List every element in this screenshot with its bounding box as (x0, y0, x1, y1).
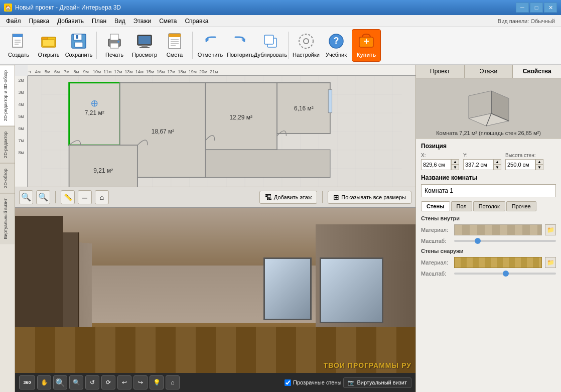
menu-help[interactable]: Справка (181, 15, 212, 27)
btn-zoomin[interactable]: 🔍 (53, 375, 67, 389)
window-2 (263, 257, 312, 320)
btn-rotate[interactable]: ↺ (85, 375, 99, 389)
menu-file[interactable]: Файл (2, 15, 25, 27)
view3d-area[interactable]: ТВОИ ПРОГРАММЫ РУ 360 ✋ 🔍 🔍 ↺ ⟳ ↩ ↪ 💡 ⌂ … (15, 208, 415, 392)
zoom-in-button[interactable]: 🔍 (36, 190, 50, 204)
mat-outside-label: Материал: (421, 259, 451, 266)
fp-sep-1 (55, 191, 56, 203)
height-up[interactable]: ▲ (536, 160, 543, 165)
tab-floors[interactable]: Этажи (465, 65, 513, 78)
x-up[interactable]: ▲ (452, 160, 459, 165)
menu-add[interactable]: Добавить (53, 15, 88, 27)
btn-hand[interactable]: ✋ (37, 375, 51, 389)
scale-outside-slider[interactable] (454, 273, 556, 275)
svg-rect-13 (110, 34, 118, 40)
btn-home3d[interactable]: ⌂ (166, 375, 180, 389)
svg-text:7,21 м²: 7,21 м² (85, 109, 104, 116)
sidebar-tab-virtual[interactable]: Виртуальный визит (0, 193, 15, 244)
mat-inside-open[interactable]: 📁 (545, 224, 556, 235)
maximize-button[interactable]: □ (530, 3, 543, 13)
btn-360[interactable]: 360 (19, 375, 35, 389)
btn-redo3d[interactable]: ↪ (133, 375, 148, 389)
open-icon (40, 32, 58, 50)
menu-bar: Файл Правка Добавить План Вид Этажи Смет… (0, 15, 561, 27)
walls-inside-title: Стены внутри (421, 215, 556, 221)
add-floor-button[interactable]: 🏗 Добавить этаж (259, 191, 317, 204)
menu-estimate[interactable]: Смета (155, 15, 181, 27)
save-button[interactable]: Сохранить (64, 29, 93, 62)
svg-rect-29 (264, 35, 273, 44)
height-down[interactable]: ▼ (536, 165, 543, 170)
mat-outside-open[interactable]: 📁 (545, 257, 556, 268)
transparent-walls-checkbox[interactable] (285, 379, 291, 386)
minimize-button[interactable]: ─ (516, 3, 529, 13)
sidebar-tab-3d[interactable]: 3D-обзор (0, 163, 15, 193)
tab-project[interactable]: Проект (416, 65, 465, 78)
settings-icon (297, 32, 315, 50)
fp-tool-2[interactable]: ═ (78, 190, 92, 204)
undo-label: Отменить (198, 52, 223, 58)
window-1 (320, 257, 384, 324)
sub-tab-walls[interactable]: Стены (421, 201, 450, 211)
mat-outside-preview[interactable] (454, 257, 542, 268)
tab-properties[interactable]: Свойства (513, 65, 561, 78)
home-view-button[interactable]: ⌂ (95, 190, 109, 204)
close-button[interactable]: ✕ (544, 3, 557, 13)
sidebar-tab-2d3d[interactable]: 2D-редактор и 3D-обзор (0, 65, 15, 126)
svg-rect-7 (43, 40, 55, 46)
sub-tab-other[interactable]: Прочее (506, 201, 536, 211)
room-name-input[interactable] (421, 184, 556, 197)
x-spinner: ▲ ▼ (451, 159, 459, 170)
zoom-out-button[interactable]: 🔍 (19, 190, 33, 204)
virtual-visit-button[interactable]: 📷 Виртуальный визит (343, 377, 411, 388)
duplicate-icon (261, 32, 279, 50)
sub-tab-ceiling[interactable]: Потолок (473, 201, 505, 211)
fp-sep-2 (322, 191, 323, 203)
sidebar-tab-2d[interactable]: 2D-редактор (0, 126, 15, 163)
create-button[interactable]: Создать (4, 29, 33, 62)
measure-tool[interactable]: 📏 (61, 190, 75, 204)
tutorial-button[interactable]: ? Учебник (322, 29, 351, 62)
menu-floors[interactable]: Этажи (129, 15, 155, 27)
preview-button[interactable]: Просмотр (130, 29, 159, 62)
scale-outside-row: Масштаб: (421, 271, 556, 277)
menu-plan[interactable]: План (88, 15, 110, 27)
x-input[interactable] (421, 159, 451, 170)
x-down[interactable]: ▼ (452, 165, 459, 170)
scale-inside-thumb[interactable] (475, 238, 481, 244)
open-label: Открыть (38, 52, 59, 58)
settings-button[interactable]: Настройки (292, 29, 321, 62)
mat-inside-preview[interactable] (454, 224, 542, 235)
show-sizes-button[interactable]: ⊞ Показывать все размеры (328, 191, 411, 204)
height-input[interactable] (505, 159, 535, 170)
walls-outside-title: Стены снаружи (421, 248, 556, 254)
sub-tab-floor[interactable]: Пол (451, 201, 472, 211)
y-down[interactable]: ▼ (494, 165, 501, 170)
open-button[interactable]: Открыть (34, 29, 63, 62)
duplicate-button[interactable]: Дублировать (256, 29, 285, 62)
btn-undo3d[interactable]: ↩ (117, 375, 131, 389)
btn-reset[interactable]: ⟳ (101, 375, 115, 389)
scale-inside-slider[interactable] (454, 240, 556, 242)
svg-text:9,21 м²: 9,21 м² (93, 167, 113, 174)
menu-edit[interactable]: Правка (25, 15, 54, 27)
y-label: Y: (463, 153, 501, 158)
print-button[interactable]: Печать (100, 29, 129, 62)
buy-button[interactable]: Купить (352, 29, 381, 62)
svg-rect-18 (142, 45, 148, 47)
undo-button[interactable]: Отменить (196, 29, 225, 62)
svg-point-31 (299, 34, 313, 48)
create-icon (10, 32, 28, 50)
y-input[interactable] (463, 159, 493, 170)
floor-plan-svg[interactable]: 7,21 м² 18,67 м² 12,29 м² 6,16 м² 9,21 м… (28, 76, 415, 187)
estimate-button[interactable]: Смета (160, 29, 189, 62)
y-up[interactable]: ▲ (494, 160, 501, 165)
btn-zoomout[interactable]: 🔍 (69, 375, 83, 389)
btn-light[interactable]: 💡 (150, 375, 164, 389)
transparent-walls-area[interactable]: Прозрачные стены (285, 379, 341, 386)
redo-button[interactable]: Повторить (226, 29, 255, 62)
scale-outside-thumb[interactable] (503, 271, 509, 277)
floor-plan-area[interactable]: ч 4м 5м 6м 7м 8м 9м 10м 11м 12м 13м 14м … (15, 65, 415, 208)
menu-view[interactable]: Вид (110, 15, 129, 27)
scale-outside-label: Масштаб: (421, 271, 451, 277)
